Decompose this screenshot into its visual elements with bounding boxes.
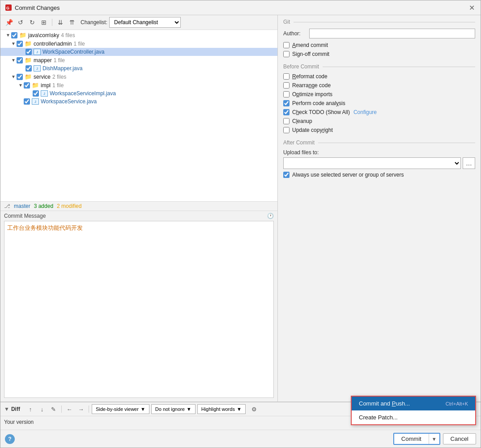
svg-text:G: G (6, 6, 9, 10)
always-use-server-checkbox[interactable] (283, 172, 289, 178)
check-todo-checkbox[interactable] (283, 109, 289, 115)
upload-row: … (283, 157, 475, 169)
title-bar: G Commit Changes ✕ (0, 0, 481, 15)
checkbox-mapper[interactable] (17, 57, 23, 63)
branch-icon: ⎇ (4, 203, 10, 209)
sign-off-checkbox[interactable] (283, 51, 289, 57)
diff-nav-right[interactable]: → (76, 404, 86, 414)
folder-icon-mapper: 📁 (25, 57, 32, 63)
viewer-chevron: ▼ (140, 406, 145, 412)
group-button[interactable]: ⊞ (39, 17, 49, 27)
cancel-button[interactable]: Cancel (443, 433, 476, 444)
after-commit-section-header: After Commit (283, 139, 475, 146)
git-section-header: Git (283, 19, 475, 25)
checkbox-service[interactable] (17, 74, 23, 80)
checkbox-impl[interactable] (24, 82, 30, 89)
checkbox-workspace-controller[interactable] (26, 49, 32, 55)
changelist-label: Changelist: (81, 19, 107, 25)
author-input[interactable] (309, 29, 475, 38)
rearrange-row: Rearrange code (283, 82, 475, 89)
tree-item-workspace-controller[interactable]: J WorkSpaceController.java (0, 48, 277, 56)
update-copyright-checkbox[interactable] (283, 127, 289, 133)
java-icon-wsc: J (34, 49, 41, 55)
checkbox-ws[interactable] (24, 98, 30, 105)
branch-status-bar: ⎇ master 3 added 2 modified (0, 201, 277, 211)
perform-analysis-checkbox[interactable] (283, 100, 289, 106)
ignore-chevron: ▼ (187, 406, 192, 412)
tree-count-service: 2 files (52, 74, 66, 80)
reformat-checkbox[interactable] (283, 73, 289, 80)
checkbox-wsi[interactable] (33, 90, 39, 97)
diff-edit-btn[interactable]: ✎ (49, 404, 59, 414)
diff-settings-btn[interactable]: ⚙ (249, 404, 259, 414)
viewer-label: Side-by-side viewer (96, 406, 139, 412)
highlight-dropdown[interactable]: Highlight words ▼ (197, 404, 246, 414)
expand-button[interactable]: ⇊ (55, 17, 65, 27)
tree-item-dish-mapper[interactable]: J DishMapper.java (0, 64, 277, 72)
tree-item-mapper[interactable]: ▼ 📁 mapper 1 file (0, 56, 277, 64)
perform-analysis-row: Perform code analysis (283, 100, 475, 106)
sign-off-label: Sign-off commit (292, 51, 329, 57)
diff-sep2 (89, 406, 89, 413)
cleanup-checkbox[interactable] (283, 118, 289, 124)
clock-icon[interactable]: 🕐 (267, 213, 274, 219)
reformat-row: Reformat code (283, 73, 475, 80)
commit-dropdown-button[interactable]: ▼ (429, 434, 439, 444)
diff-nav-up[interactable]: ↑ (26, 404, 35, 414)
tree-item-controller-admin[interactable]: ▼ 📁 controller\admin 1 file (0, 39, 277, 48)
diff-nav-left[interactable]: ← (64, 404, 74, 414)
commit-main-button[interactable]: Commit (394, 434, 429, 444)
file-tree: ▼ 📁 java\com\sky 4 files ▼ 📁 controller\… (0, 30, 277, 201)
author-label: Author: (283, 30, 306, 37)
popup-item-commit-push[interactable]: Commit and Push... Ctrl+Alt+K (352, 397, 475, 410)
toolbar-separator (52, 19, 52, 26)
popup-menu: Commit and Push... Ctrl+Alt+K Create Pat… (351, 396, 476, 425)
pin-button[interactable]: 📌 (4, 17, 14, 27)
file-tree-container: ▼ 📁 java\com\sky 4 files ▼ 📁 controller\… (0, 30, 277, 201)
ignore-dropdown[interactable]: Do not ignore ▼ (151, 404, 196, 414)
checkbox-controller-admin[interactable] (17, 41, 23, 47)
tree-label-dm: DishMapper.java (43, 65, 82, 72)
tree-count-controller: 1 file (73, 41, 85, 47)
rearrange-label: Rearrange code (292, 82, 331, 89)
checkbox-java-com-sky[interactable] (11, 32, 17, 38)
collapse-button[interactable]: ⇈ (67, 17, 77, 27)
file-tree-toolbar: 📌 ↺ ↻ ⊞ ⇊ ⇈ Changelist: Default Changeli… (0, 15, 277, 30)
optimize-row: Optimize imports (283, 91, 475, 97)
tree-item-ws[interactable]: J WorkspaceService.java (0, 97, 277, 106)
right-panel: Git Author: Amend commit Sign-off commit… (278, 15, 481, 402)
version-label: Your version (4, 418, 34, 426)
changelist-dropdown[interactable]: Default Changelist (109, 17, 181, 28)
collapse-diff-arrow[interactable]: ▼ (4, 406, 9, 412)
tree-item-wsi[interactable]: J WorkspaceServiceImpl.java (0, 89, 277, 97)
always-use-server-label: Always use selected server or group of s… (292, 172, 404, 178)
diff-title: ▼ Diff (4, 406, 20, 412)
tree-item-service[interactable]: ▼ 📁 service 2 files (0, 72, 277, 81)
undo-button[interactable]: ↺ (16, 17, 26, 27)
expand-arrow-mapper: ▼ (11, 58, 17, 63)
commit-split-button: Commit ▼ (393, 433, 440, 445)
commit-dropdown-arrow: ▼ (432, 436, 437, 442)
tree-count-java: 4 files (61, 32, 75, 38)
tree-item-java-com-sky[interactable]: ▼ 📁 java\com\sky 4 files (0, 31, 277, 39)
upload-more-button[interactable]: … (463, 157, 475, 169)
configure-link[interactable]: Configure (353, 109, 377, 115)
main-area: 📌 ↺ ↻ ⊞ ⇊ ⇈ Changelist: Default Changeli… (0, 15, 481, 402)
amend-commit-checkbox[interactable] (283, 42, 289, 48)
viewer-dropdown[interactable]: Side-by-side viewer ▼ (92, 404, 149, 414)
upload-dropdown[interactable] (283, 157, 461, 169)
close-button[interactable]: ✕ (467, 3, 476, 12)
help-button[interactable]: ? (5, 434, 15, 444)
popup-item-create-patch[interactable]: Create Patch... (352, 410, 475, 424)
tree-label-service: service (34, 74, 51, 80)
stat-added: 3 added (34, 203, 53, 209)
diff-nav-down[interactable]: ↓ (37, 404, 47, 414)
optimize-checkbox[interactable] (283, 91, 289, 97)
checkbox-dish-mapper[interactable] (26, 65, 32, 72)
tree-item-impl[interactable]: ▼ 📁 impl 1 file (0, 81, 277, 89)
redo-button[interactable]: ↻ (27, 17, 37, 27)
update-copyright-label: Update copyright (292, 127, 333, 133)
rearrange-checkbox[interactable] (283, 82, 289, 89)
commit-message-input[interactable]: 工作台业务模块功能代码开发 (4, 221, 274, 398)
title-bar-left: G Commit Changes (5, 4, 60, 11)
